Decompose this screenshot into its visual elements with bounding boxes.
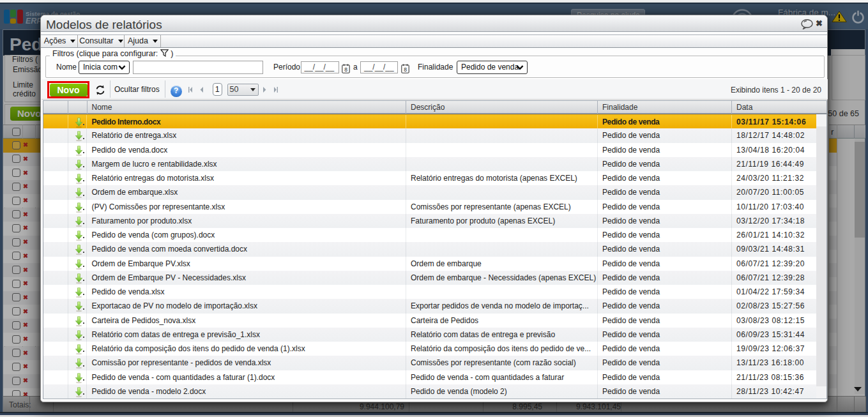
svg-text:8: 8: [404, 66, 407, 73]
svg-text:8: 8: [344, 66, 347, 73]
